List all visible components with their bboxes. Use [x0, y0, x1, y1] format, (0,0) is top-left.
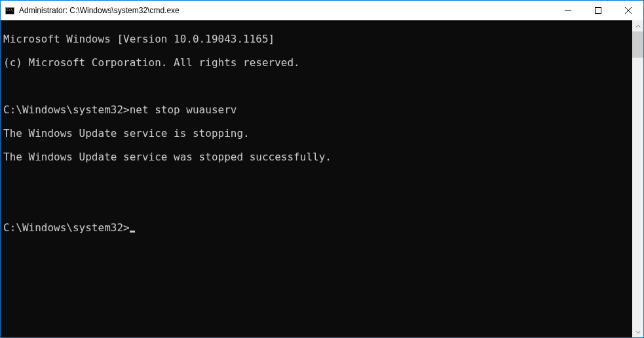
maximize-icon [595, 7, 601, 14]
svg-rect-1 [596, 8, 601, 14]
console-output[interactable]: Microsoft Windows [Version 10.0.19043.11… [1, 20, 632, 337]
console-line: (c) Microsoft Corporation. All rights re… [3, 57, 632, 69]
console-line: The Windows Update service is stopping. [3, 128, 632, 140]
cmd-icon [5, 5, 15, 16]
window-title: Administrator: C:\Windows\system32\cmd.e… [19, 6, 553, 15]
scroll-thumb[interactable] [632, 31, 643, 58]
close-icon [625, 7, 632, 14]
scroll-down-button[interactable] [632, 326, 643, 337]
console-line: Microsoft Windows [Version 10.0.19043.11… [3, 33, 632, 45]
console-line [3, 81, 632, 92]
console-line: C:\Windows\system32>net stop wuauserv [3, 104, 632, 116]
console-line [3, 198, 632, 210]
minimize-button[interactable] [553, 1, 583, 20]
console-line [3, 175, 632, 187]
maximize-button[interactable] [583, 1, 613, 20]
console-line: The Windows Update service was stopped s… [3, 151, 632, 163]
minimize-icon [565, 7, 571, 14]
console-prompt-line: C:\Windows\system32> [3, 222, 632, 234]
text-cursor [130, 231, 135, 233]
chevron-down-icon [635, 329, 641, 335]
console-prompt: C:\Windows\system32> [3, 221, 130, 234]
titlebar[interactable]: Administrator: C:\Windows\system32\cmd.e… [1, 1, 643, 20]
client-area: Microsoft Windows [Version 10.0.19043.11… [1, 20, 643, 337]
scroll-track[interactable] [632, 31, 643, 326]
window-controls [553, 1, 643, 20]
cmd-window: Administrator: C:\Windows\system32\cmd.e… [0, 0, 644, 338]
scroll-up-button[interactable] [632, 20, 643, 31]
close-button[interactable] [613, 1, 643, 20]
vertical-scrollbar[interactable] [632, 20, 643, 337]
chevron-up-icon [635, 24, 641, 29]
